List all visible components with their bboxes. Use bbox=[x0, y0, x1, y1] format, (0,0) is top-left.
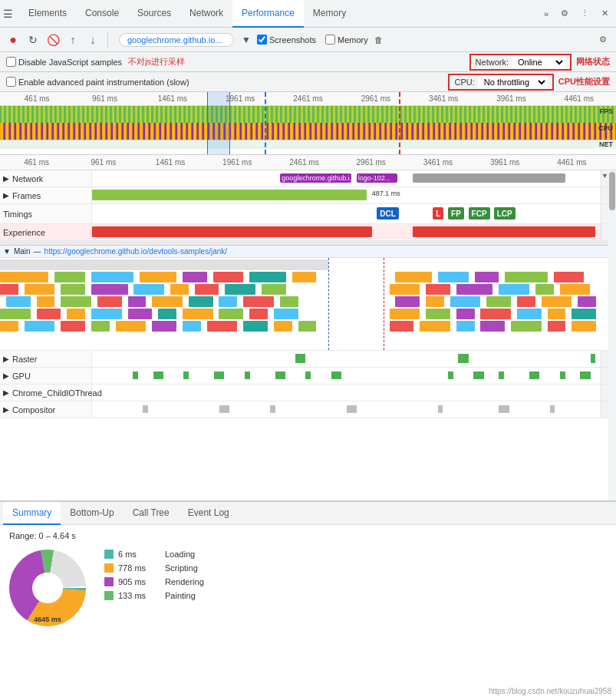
raster-scrollbar-space bbox=[601, 351, 608, 367]
gpu-label-text: GPU bbox=[12, 371, 31, 381]
frames-track-content[interactable]: 487.1 ms bbox=[92, 187, 601, 203]
settings-icon[interactable]: ⚙ bbox=[556, 5, 573, 21]
timeline-overview[interactable]: 461 ms 961 ms 1461 ms 1961 ms 2461 ms 29… bbox=[0, 92, 616, 155]
cpu-annotation: CPU性能设置 bbox=[558, 76, 610, 88]
advanced-paint-group[interactable]: Enable advanced paint instrumentation (s… bbox=[6, 77, 189, 87]
tab-memory[interactable]: Memory bbox=[304, 0, 355, 28]
tab-console[interactable]: Console bbox=[76, 0, 128, 28]
raster-block-1 bbox=[295, 354, 305, 363]
bottom-tab-call-tree[interactable]: Call Tree bbox=[124, 502, 179, 525]
gpu-expand-arrow[interactable]: ▶ bbox=[3, 371, 9, 380]
more-tabs-icon[interactable]: » bbox=[539, 6, 553, 21]
network-block-1: logo-102... bbox=[357, 173, 397, 183]
flame-row4 bbox=[0, 296, 608, 307]
flame3-b2 bbox=[499, 284, 529, 295]
flame-block-y4 bbox=[395, 272, 432, 282]
flame4-y2 bbox=[152, 296, 183, 307]
child-io-track-content[interactable] bbox=[92, 385, 601, 400]
bottom-tab-bottom-up[interactable]: Bottom-Up bbox=[61, 502, 123, 525]
options-row-1: Disable JavaScript samples 不对js进行采样 Netw… bbox=[0, 52, 616, 72]
timeline-vscrollbar[interactable] bbox=[608, 170, 616, 500]
download-button[interactable]: ↓ bbox=[84, 31, 101, 48]
screenshots-label: Screenshots bbox=[269, 35, 316, 45]
flame-block-b2 bbox=[438, 272, 469, 282]
raster-expand-arrow[interactable]: ▶ bbox=[3, 355, 9, 363]
frames-track-label[interactable]: ▶ Frames bbox=[0, 187, 92, 203]
tab-sources[interactable]: Sources bbox=[128, 0, 180, 28]
flame4-y3 bbox=[426, 296, 444, 307]
cpu-pattern bbox=[0, 123, 616, 140]
close-icon[interactable]: ✕ bbox=[597, 5, 613, 21]
compositor-track-content[interactable] bbox=[92, 401, 601, 417]
network-track-label[interactable]: ▶ Network bbox=[0, 170, 92, 187]
timings-track-content[interactable]: DCL L FP FCP LCP bbox=[92, 204, 601, 224]
cpu-select[interactable]: No throttling 4x slowdown 6x slowdown bbox=[478, 76, 548, 88]
disable-js-samples-group[interactable]: Disable JavaScript samples bbox=[6, 57, 122, 67]
frames-expand-arrow[interactable]: ▶ bbox=[3, 191, 9, 200]
flame-block-y3 bbox=[292, 272, 317, 282]
legend-loading: 6 ms Loading bbox=[104, 550, 204, 559]
experience-bar-right bbox=[413, 226, 596, 237]
record-button[interactable]: ● bbox=[5, 31, 21, 48]
compositor-track-label[interactable]: ▶ Compositor bbox=[0, 401, 92, 418]
reload-button[interactable]: ↻ bbox=[25, 31, 41, 48]
flame6-r1 bbox=[61, 321, 85, 332]
network-scroll-arrow[interactable]: ▼ bbox=[601, 172, 608, 180]
advanced-paint-checkbox[interactable] bbox=[6, 77, 16, 87]
network-select-wrapper: Network: Online Fast 3G Slow 3G Offline bbox=[469, 54, 572, 71]
legend-scripting-color bbox=[104, 563, 114, 573]
flame-row6 bbox=[0, 321, 608, 332]
perf-settings-icon[interactable]: ⚙ bbox=[595, 31, 611, 48]
flame6-r4 bbox=[548, 321, 566, 332]
network-select[interactable]: Online Fast 3G Slow 3G Offline bbox=[512, 56, 565, 68]
memory-checkbox[interactable] bbox=[325, 35, 335, 45]
gpu-track-content[interactable] bbox=[92, 368, 601, 383]
legend-rendering-label: Rendering bbox=[165, 577, 204, 586]
range-text: Range: 0 – 4.64 s bbox=[9, 531, 607, 540]
main-track-header[interactable]: ▼ Main — https://googlechrome.github.io/… bbox=[0, 246, 608, 258]
experience-track-label[interactable]: Experience bbox=[0, 224, 92, 240]
bottom-tab-event-log[interactable]: Event Log bbox=[179, 502, 239, 525]
timings-track-label[interactable]: Timings bbox=[0, 204, 92, 223]
ruler-tick-6: 3461 ms bbox=[404, 158, 471, 167]
bottom-tab-summary[interactable]: Summary bbox=[3, 502, 61, 525]
main-track-dash: — bbox=[34, 247, 41, 256]
main-track-content[interactable] bbox=[0, 258, 608, 350]
experience-track-content[interactable] bbox=[92, 224, 601, 239]
network-track-content[interactable]: googlechrome.github.i... logo-102... bbox=[92, 170, 601, 186]
more-tools-icon[interactable]: ☰ bbox=[3, 8, 13, 20]
raster-track-label[interactable]: ▶ Raster bbox=[0, 351, 92, 367]
flame4-b3 bbox=[450, 296, 481, 307]
compositor-expand-arrow[interactable]: ▶ bbox=[3, 405, 9, 414]
child-io-expand-arrow[interactable]: ▶ bbox=[3, 388, 9, 397]
flame4-r3 bbox=[517, 296, 535, 307]
legend-loading-label: Loading bbox=[165, 550, 195, 559]
customize-icon[interactable]: ⋮ bbox=[576, 5, 594, 21]
child-io-track-label[interactable]: ▶ Chrome_ChildIOThread bbox=[0, 385, 92, 401]
tab-performance[interactable]: Performance bbox=[232, 0, 304, 28]
memory-delete-icon[interactable]: 🗑 bbox=[374, 35, 383, 45]
main-track-arrow[interactable]: ▼ bbox=[3, 247, 11, 256]
vscrollbar-thumb[interactable] bbox=[609, 172, 615, 210]
flame4-g1 bbox=[61, 296, 91, 307]
flame6-y3 bbox=[274, 321, 292, 332]
raster-track-content[interactable] bbox=[92, 351, 601, 366]
memory-checkbox-group[interactable]: Memory bbox=[325, 35, 368, 45]
legend-painting-color bbox=[104, 591, 114, 600]
flame3-y2 bbox=[170, 284, 189, 295]
legend-scripting-time: 778 ms bbox=[118, 563, 160, 573]
devtools-tab-bar: ☰ Elements Console Sources Network Perfo… bbox=[0, 0, 616, 28]
clear-button[interactable]: 🚫 bbox=[44, 31, 61, 48]
upload-button[interactable]: ↑ bbox=[64, 31, 81, 48]
disable-js-samples-checkbox[interactable] bbox=[6, 57, 16, 67]
network-annotation: 网络状态 bbox=[576, 56, 610, 68]
tab-elements[interactable]: Elements bbox=[19, 0, 76, 28]
gpu-track-label[interactable]: ▶ GPU bbox=[0, 368, 92, 384]
flame3-g3 bbox=[535, 284, 554, 295]
gpu-scrollbar-space bbox=[601, 368, 608, 384]
tab-network[interactable]: Network bbox=[180, 0, 232, 28]
net-bar: NET bbox=[0, 140, 616, 149]
network-expand-arrow[interactable]: ▶ bbox=[3, 174, 9, 183]
screenshots-checkbox[interactable] bbox=[257, 35, 267, 45]
screenshots-checkbox-group[interactable]: Screenshots bbox=[257, 35, 316, 45]
